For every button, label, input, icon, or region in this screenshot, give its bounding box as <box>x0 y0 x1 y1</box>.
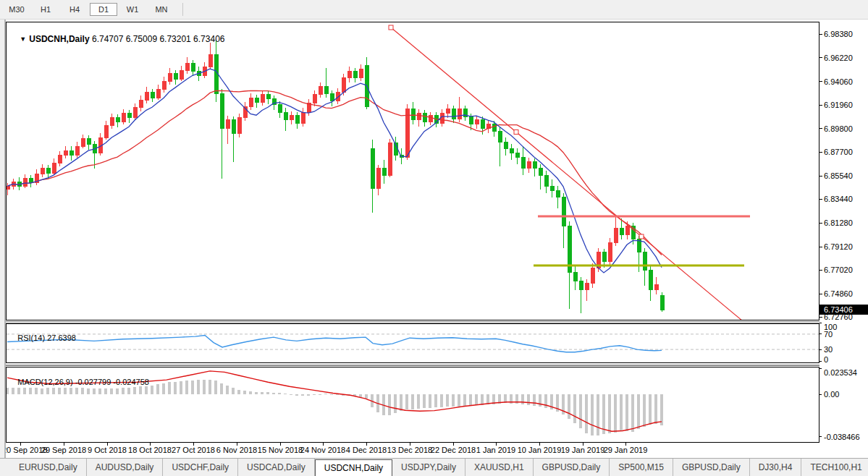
price-axis: 6.983806.962206.940606.919606.898006.877… <box>819 30 868 321</box>
macd-axis: 0.0235340.00-0.038466 <box>819 368 860 441</box>
chart-tab-DJ30-H4[interactable]: DJ30,H4 <box>750 459 802 476</box>
time-axis-label: 29 Jan 2019 <box>604 446 648 454</box>
time-axis-label: 24 Nov 2018 <box>300 446 345 454</box>
price-axis-label: 6.83440 <box>824 195 853 203</box>
chart-tab-USDCAD-Daily[interactable]: USDCAD,Daily <box>238 459 315 476</box>
time-axis: 20 Sep 201829 Sep 20189 Oct 201818 Oct 2… <box>2 443 647 454</box>
timeframe-button-H1[interactable]: H1 <box>32 3 59 16</box>
pane-frame-0 <box>7 22 819 320</box>
chart-title: ▼USDCNH,Daily 6.74707 6.75009 6.73201 6.… <box>10 24 224 54</box>
trading-terminal-window: M30H1H4D1W1MN 6.983806.962206.940606.919… <box>0 0 868 476</box>
chart-tab-USDCNH-Daily[interactable]: USDCNH,Daily <box>315 459 392 476</box>
trendline-anchor-marker[interactable] <box>639 234 644 239</box>
chart-tab-USDCHF-Daily[interactable]: USDCHF,Daily <box>163 459 238 476</box>
price-axis-label: 6.87700 <box>824 148 853 156</box>
time-axis-label: 18 Oct 2018 <box>128 446 172 454</box>
time-axis-label: 22 Dec 2018 <box>431 446 476 454</box>
macd-name: MACD(12,26,9) <box>17 378 72 386</box>
rsi-axis: 10070300 <box>819 323 837 364</box>
macd-axis-label: -0.038466 <box>824 433 860 441</box>
chart-ohlc-values: 6.74707 6.75009 6.73201 6.73406 <box>92 34 225 44</box>
time-axis-label: 29 Sep 2018 <box>41 446 86 454</box>
time-axis-label: 9 Oct 2018 <box>88 446 127 454</box>
price-axis-label: 6.98380 <box>824 30 853 38</box>
rsi-name: RSI(14) <box>17 333 45 342</box>
chart-tab-bar: EURUSD,DailyAUDUSD,DailyUSDCHF,DailyUSDC… <box>0 458 868 476</box>
chart-tab-XAUUSD-H1[interactable]: XAUUSD,H1 <box>465 459 534 476</box>
current-price-text: 6.73406 <box>824 305 853 314</box>
chart-tab-EURUSD-Daily[interactable]: EURUSD,Daily <box>10 459 87 476</box>
price-axis-label: 6.85540 <box>824 171 853 180</box>
timeframe-button-W1[interactable]: W1 <box>119 3 146 16</box>
price-axis-label: 6.89800 <box>824 124 853 133</box>
price-axis-label: 6.77020 <box>824 265 853 274</box>
trendline-anchor-marker[interactable] <box>514 129 518 134</box>
macd-axis-label: 0.00 <box>824 390 839 399</box>
price-axis-label: 6.94060 <box>824 77 853 86</box>
chart-symbol-label: USDCNH,Daily <box>29 34 89 44</box>
chart-tab-GBPUSD-Daily[interactable]: GBPUSD,Daily <box>534 459 610 476</box>
price-axis-label: 6.79120 <box>824 242 853 251</box>
rsi-axis-label: 30 <box>824 345 833 354</box>
toolbar-separator <box>182 3 183 16</box>
price-axis-label: 6.81280 <box>824 218 853 227</box>
time-axis-label: 19 Jan 2019 <box>561 446 605 454</box>
window-splitter[interactable] <box>0 20 6 458</box>
rsi-axis-label: 70 <box>824 330 833 339</box>
chart-tab-SP500-M15[interactable]: SP500,M15 <box>610 459 673 476</box>
time-axis-label: 15 Nov 2018 <box>258 446 303 454</box>
rsi-indicator-label: RSI(14) 27.6398 <box>9 325 76 351</box>
macd-values: -0.027799 -0.024758 <box>75 378 149 386</box>
chart-tab-GBPUSD-Daily[interactable]: GBPUSD,Daily <box>673 459 750 476</box>
rsi-axis-label: 0 <box>824 355 828 364</box>
chart-tab-USDJPY-Daily[interactable]: USDJPY,Daily <box>392 459 465 476</box>
price-axis-label: 6.74860 <box>824 289 853 298</box>
pane-frame-1 <box>7 324 819 363</box>
chart-tab-AUDUSD-Daily[interactable]: AUDUSD,Daily <box>87 459 164 476</box>
time-axis-label: 10 Jan 2019 <box>518 446 562 454</box>
time-axis-label: 6 Nov 2018 <box>216 446 257 454</box>
price-axis-label: 6.91960 <box>824 101 853 109</box>
trendline-anchor-marker[interactable] <box>389 25 393 30</box>
rsi-value: 27.6398 <box>47 333 76 342</box>
time-axis-label: 4 Dec 2018 <box>346 446 387 454</box>
time-axis-label: 27 Oct 2018 <box>172 446 215 454</box>
time-axis-label: 1 Jan 2019 <box>476 446 515 454</box>
macd-indicator-label: MACD(12,26,9) -0.027799 -0.024758 <box>9 369 149 395</box>
chevron-down-icon[interactable]: ▼ <box>20 35 26 43</box>
timeframe-toolbar: M30H1H4D1W1MN <box>0 0 868 20</box>
macd-axis-label: 0.023534 <box>824 368 857 377</box>
timeframe-button-MN[interactable]: MN <box>148 3 175 16</box>
timeframe-button-H4[interactable]: H4 <box>61 3 88 16</box>
chart-tab-TECH100-H1[interactable]: TECH100,H1 <box>801 459 868 476</box>
time-axis-label: 13 Dec 2018 <box>387 446 432 454</box>
timeframe-button-D1[interactable]: D1 <box>90 3 117 16</box>
timeframe-button-M30[interactable]: M30 <box>3 3 30 16</box>
price-axis-label: 6.96220 <box>824 54 853 62</box>
